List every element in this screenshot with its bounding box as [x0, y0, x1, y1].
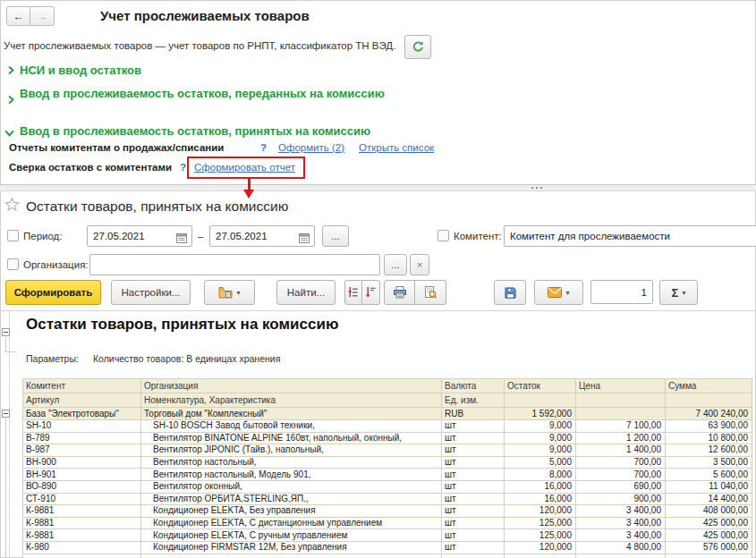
sum-cell[interactable]: 408 000,00	[666, 505, 752, 518]
unit-cell[interactable]: шт	[442, 480, 505, 493]
comitent-cell[interactable]: База "Электротовары"	[23, 408, 141, 420]
price-cell[interactable]: 1 200,00	[576, 432, 666, 444]
expand-groups-button[interactable]	[362, 280, 380, 305]
page-number-input[interactable]	[590, 280, 653, 304]
price-cell[interactable]: 1 400,00	[576, 444, 666, 457]
nomenclature-cell[interactable]: Вентилятор настольный,	[141, 456, 442, 469]
unit-cell[interactable]: шт	[442, 529, 505, 542]
price-cell[interactable]: 700,00	[576, 469, 666, 481]
settings-button[interactable]: Настройки...	[111, 280, 191, 305]
link-open-list[interactable]: Открыть список	[359, 142, 434, 153]
nomenclature-cell[interactable]: Кондиционер ELEKTA, Без управления	[141, 505, 442, 518]
group-expander[interactable]	[2, 410, 10, 418]
report-expander[interactable]	[2, 328, 10, 336]
period-more-button[interactable]: ...	[322, 225, 349, 247]
section-accepted[interactable]: Ввод в прослеживаемость остатков, принят…	[4, 124, 470, 138]
calendar-icon[interactable]	[176, 231, 187, 247]
sum-cell[interactable]: 63 900,00	[666, 420, 752, 433]
artikul-cell[interactable]: К-980	[23, 541, 141, 554]
send-email-button[interactable]: ▾	[534, 280, 583, 305]
sum-cell[interactable]: 10 800,00	[666, 432, 752, 444]
section-transferred[interactable]: Ввод в прослеживаемость остатков, переда…	[6, 87, 404, 100]
find-button[interactable]: Найти...	[276, 280, 336, 305]
unit-cell[interactable]: шт	[442, 420, 505, 433]
organization-checkbox[interactable]	[7, 258, 19, 270]
price-cell[interactable]	[576, 408, 666, 420]
nomenclature-cell[interactable]: Вентилятор оконный,	[141, 480, 442, 493]
artikul-cell[interactable]: К-9881	[23, 505, 141, 518]
artikul-cell[interactable]: ВО-890	[23, 480, 141, 493]
unit-cell[interactable]: шт	[442, 517, 505, 529]
price-cell[interactable]: 700,00	[576, 456, 666, 469]
unit-cell[interactable]: шт	[442, 444, 505, 457]
report-variants-button[interactable]: ▾	[204, 280, 255, 305]
sum-cell[interactable]: 7 400 240,00	[666, 408, 752, 420]
qty-cell[interactable]: 125,000	[505, 517, 576, 529]
nomenclature-cell[interactable]: Вентилятор BINATONE ALPINE 160вт, наполь…	[141, 432, 442, 444]
artikul-cell[interactable]: B-789	[23, 432, 141, 444]
nomenclature-cell[interactable]: Кондиционер ELEKTA, С дистанционным упра…	[141, 517, 442, 529]
artikul-cell[interactable]: SH-10	[23, 420, 141, 433]
sum-cell[interactable]: 576 000,00	[666, 541, 752, 554]
refresh-button[interactable]	[404, 35, 431, 59]
sum-cell[interactable]: 5 600,00	[666, 469, 752, 481]
artikul-cell[interactable]: К-9881	[23, 517, 141, 529]
price-cell[interactable]: 7 100,00	[576, 420, 666, 433]
qty-cell[interactable]: 16,000	[505, 480, 576, 493]
print-preview-button[interactable]	[415, 280, 446, 305]
unit-cell[interactable]: шт	[442, 432, 505, 444]
artikul-cell[interactable]: B-987	[23, 444, 141, 457]
save-button[interactable]	[494, 280, 526, 305]
print-button[interactable]	[384, 280, 415, 305]
help-icon[interactable]: ?	[180, 162, 186, 173]
help-icon[interactable]: ?	[260, 142, 267, 153]
nomenclature-cell[interactable]: Кондиционер FIRMSTAR 12М, Без управления	[141, 541, 442, 554]
qty-cell[interactable]: 120,000	[505, 505, 576, 518]
organization-more-button[interactable]: ...	[384, 254, 407, 275]
nomenclature-cell[interactable]: SH-10 BOSCH Завод бытовой техники,	[141, 420, 442, 433]
qty-cell[interactable]: 9,000	[505, 420, 576, 433]
unit-cell[interactable]: шт	[442, 541, 505, 554]
calendar-icon[interactable]	[299, 231, 310, 247]
qty-cell[interactable]: 16,000	[505, 493, 576, 505]
artikul-cell[interactable]: ВН-901	[23, 469, 141, 481]
price-cell[interactable]: 900,00	[576, 493, 666, 505]
sum-cell[interactable]: 14 400,00	[666, 493, 752, 505]
artikul-cell[interactable]: ВН-900	[23, 456, 141, 469]
unit-cell[interactable]: шт	[442, 505, 505, 518]
price-cell[interactable]: 3 400,00	[576, 505, 666, 518]
unit-cell[interactable]: шт	[442, 493, 505, 505]
price-cell[interactable]: 3 400,00	[576, 517, 666, 529]
qty-cell[interactable]: 5,000	[505, 456, 576, 469]
back-button[interactable]: ←	[6, 6, 30, 26]
sum-cell[interactable]: 425 000,00	[666, 517, 752, 529]
section-nsi[interactable]: НСИ и ввод остатков	[6, 63, 409, 77]
organization-clear-button[interactable]: ×	[410, 254, 429, 275]
sum-cell[interactable]: 425 000,00	[666, 529, 752, 542]
organization-cell[interactable]: Торговый дом "Комплексный"	[141, 408, 442, 420]
qty-cell[interactable]: 125,000	[505, 529, 576, 542]
nomenclature-cell[interactable]: Вентилятор JIPONIC (Тайв.), напольный,	[141, 444, 442, 457]
collapse-groups-button[interactable]	[344, 280, 362, 305]
artikul-cell[interactable]: К-9881	[23, 529, 141, 542]
qty-cell[interactable]: 8,000	[505, 469, 576, 481]
favorite-star-icon[interactable]	[4, 197, 20, 216]
artikul-cell[interactable]: СТ-910	[23, 493, 141, 505]
period-checkbox[interactable]	[7, 230, 19, 241]
sum-cell[interactable]: 11 040,00	[666, 480, 752, 493]
window-splitter[interactable]	[0, 184, 756, 191]
price-cell[interactable]: 3 400,00	[576, 529, 666, 542]
sum-button[interactable]: Σ ▾	[659, 280, 698, 305]
sum-cell[interactable]: 12 600,00	[666, 444, 752, 457]
comitent-input[interactable]	[504, 225, 756, 247]
sum-cell[interactable]: 3 500,00	[666, 456, 752, 469]
qty-cell[interactable]: 9,000	[505, 432, 576, 444]
unit-cell[interactable]: шт	[442, 456, 505, 469]
currency-cell[interactable]: RUB	[442, 408, 505, 420]
nomenclature-cell[interactable]: Кондиционер ELEKTA, С ручным управлением	[141, 529, 442, 542]
unit-cell[interactable]: шт	[442, 469, 505, 481]
generate-button[interactable]: Сформировать	[5, 280, 101, 305]
qty-cell[interactable]: 120,000	[505, 541, 576, 554]
nomenclature-cell[interactable]: Вентилятор настольный, Модель 901,	[141, 469, 442, 481]
nomenclature-cell[interactable]: Вентилятор ОРБИТА,STERLING,ЯП.,	[141, 493, 442, 505]
